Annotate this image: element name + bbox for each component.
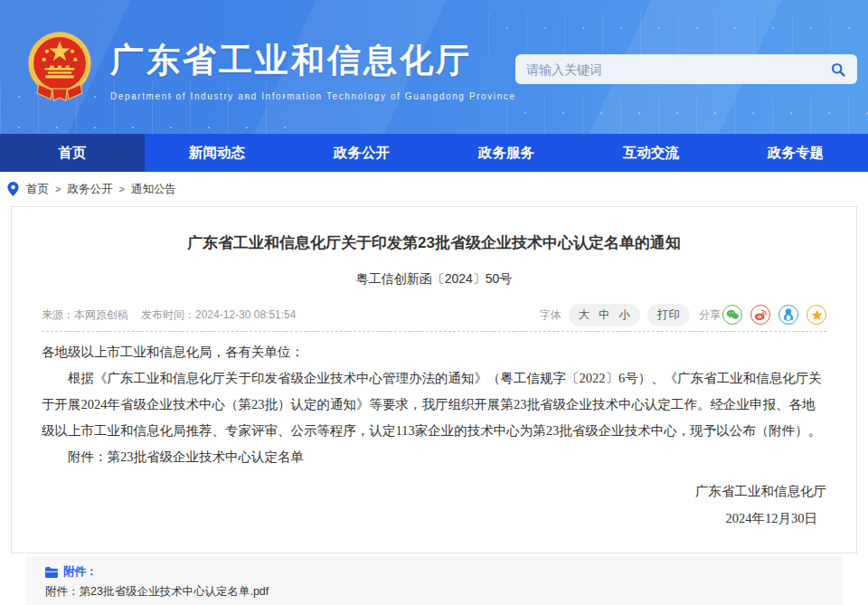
breadcrumb-separator: > [55,184,61,194]
site-subtitle-en: Department of Industry and Information T… [110,91,516,101]
qq-share-icon[interactable] [778,305,798,325]
issuing-authority: 广东省工业和信息化厅 [42,477,826,505]
share-icons [722,305,826,325]
font-size-small[interactable]: 小 [619,307,631,323]
nav-item-special[interactable]: 政务专题 [723,134,868,172]
nav-item-gov-service[interactable]: 政务服务 [434,134,579,172]
breadcrumb-notices[interactable]: 通知公告 [131,182,176,197]
weibo-share-icon[interactable] [750,305,770,325]
site-header: 广东省工业和信息化厅 Department of Industry and In… [0,0,868,134]
publish-time-value: 2024-12-30 08:51:54 [195,308,296,321]
breadcrumb-home[interactable]: 首页 [26,182,49,197]
main-nav: 首页 新闻动态 政务公开 政务服务 互动交流 政务专题 [0,134,868,172]
site-title: 广东省工业和信息化厅 [110,38,516,83]
search-icon[interactable] [830,61,846,78]
wechat-share-icon[interactable] [722,305,742,325]
source-value: 本网原创稿 [74,307,128,323]
issue-date: 2024年12月30日 [42,505,826,532]
attachment-header: 附件： [45,564,823,580]
font-size-large[interactable]: 大 [579,307,590,323]
meta-divider [42,331,826,332]
publish-time-label: 发布时间： [141,307,195,323]
article-body: 各地级以上市工业和信息化局，各有关单位： 根据《广东工业和信息化厅关于印发省级企… [42,339,826,470]
attachment-header-label: 附件： [63,564,98,580]
nav-item-home[interactable]: 首页 [0,134,145,172]
article-toolbar: 字体 大 中 小 打印 分享 [540,304,827,326]
breadcrumb: 首页 > 政务公开 > 通知公告 [0,172,868,206]
attachment-file-link[interactable]: 附件：第23批省级企业技术中心认定名单.pdf [45,584,823,600]
attachment-box: 附件： 附件：第23批省级企业技术中心认定名单.pdf [25,556,843,605]
nav-item-interaction[interactable]: 互动交流 [579,134,723,172]
national-emblem-logo [22,29,98,107]
signature-block: 广东省工业和信息化厅 2024年12月30日 [42,477,826,532]
source-label: 来源： [42,307,74,323]
font-size-label: 字体 [540,307,561,323]
body-paragraph: 根据《广东工业和信息化厅关于印发省级企业技术中心管理办法的通知》（粤工信规字〔2… [42,365,826,444]
site-search [515,54,857,84]
nav-item-gov-open[interactable]: 政务公开 [289,134,434,172]
breadcrumb-gov-open[interactable]: 政务公开 [67,182,112,197]
nav-item-news[interactable]: 新闻动态 [145,134,289,172]
attachment-reference: 附件：第23批省级企业技术中心认定名单 [42,444,826,470]
location-pin-icon [7,182,19,196]
salutation: 各地级以上市工业和信息化局，各有关单位： [42,339,826,365]
print-button[interactable]: 打印 [647,304,690,326]
document-number: 粤工信创新函〔2024〕50号 [42,271,826,288]
site-branding: 广东省工业和信息化厅 Department of Industry and In… [110,38,516,101]
search-input[interactable] [526,62,830,77]
article-card: 广东省工业和信息化厅关于印发第23批省级企业技术中心认定名单的通知 粤工信创新函… [11,206,857,553]
star-share-icon[interactable] [807,305,826,325]
article-title: 广东省工业和信息化厅关于印发第23批省级企业技术中心认定名单的通知 [42,232,826,253]
share-label: 分享 [699,307,721,323]
font-size-switch: 大 中 小 [569,304,641,326]
font-size-medium[interactable]: 中 [599,307,610,323]
article-meta: 来源： 本网原创稿 发布时间： 2024-12-30 08:51:54 字体 大… [42,304,826,326]
folder-icon [45,567,58,578]
breadcrumb-separator: > [118,184,124,194]
